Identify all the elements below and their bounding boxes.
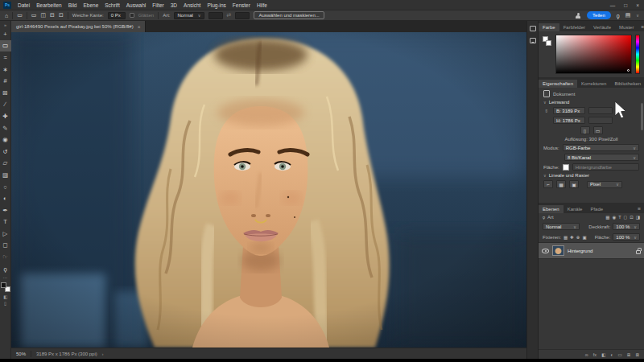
pen-tool[interactable]: ✒ [0, 204, 11, 216]
tab-kanaele[interactable]: Kanäle [564, 205, 587, 214]
toolbar-collapse-icon[interactable]: » [0, 22, 11, 28]
close-button[interactable]: × [636, 2, 639, 8]
selection-mode-subtract-icon[interactable]: ⊟ [50, 12, 55, 19]
lock-all-icon[interactable]: ▣ [582, 235, 586, 240]
account-avatar-icon[interactable] [575, 12, 581, 19]
style-select[interactable]: Normal∨ [174, 12, 204, 19]
scrollbar-thumb[interactable] [641, 103, 643, 130]
tab-ebenen[interactable]: Ebenen [539, 205, 564, 214]
blur-tool[interactable]: ○ [0, 181, 11, 193]
tab-farbe[interactable]: Farbe [539, 23, 559, 32]
link-layers-icon[interactable]: ∞ [585, 352, 588, 357]
chevron-down-icon[interactable]: ∨ [636, 13, 639, 18]
canvas-fill-select[interactable]: Hintergrundfarbe [572, 163, 639, 171]
canvas-height-input[interactable]: H: 1786 Px [553, 117, 585, 124]
document-tab[interactable]: girl-1846490 Pexels auf Pixabay.jpg bei … [11, 21, 146, 32]
marquee-tool[interactable]: ▭ [0, 40, 11, 52]
layer-name[interactable]: Hintergrund [568, 249, 592, 253]
selection-mode-add-icon[interactable]: ◫ [40, 12, 46, 19]
menu-bearbeiten[interactable]: Bearbeiten [36, 2, 61, 8]
share-button[interactable]: Teilen [587, 11, 611, 19]
home-icon[interactable]: ⌂ [5, 13, 8, 19]
units-select[interactable]: Pixel ∨ [587, 181, 622, 188]
color-swatches[interactable] [1, 282, 10, 292]
menu-fenster[interactable]: Fenster [233, 2, 250, 8]
move-tool[interactable]: + [0, 28, 11, 40]
zoom-level[interactable]: 50% [16, 352, 26, 356]
tab-pfade[interactable]: Pfade [586, 205, 607, 214]
layer-visibility-eye-icon[interactable] [542, 249, 549, 253]
chevron-down-icon[interactable]: ∨ [543, 173, 547, 178]
menu-bild[interactable]: Bild [68, 2, 77, 8]
menu-plugins[interactable]: Plug-ins [207, 2, 225, 8]
canvas-x-input[interactable] [588, 107, 613, 114]
menu-ansicht[interactable]: Ansicht [184, 2, 200, 8]
delete-layer-icon[interactable]: ⊠ [635, 352, 639, 357]
lock-position-icon[interactable]: ⊕ [576, 235, 580, 240]
crop-tool[interactable]: # [0, 75, 11, 87]
selection-mode-new-icon[interactable]: ▭ [31, 12, 37, 19]
layer-thumbnail[interactable] [552, 245, 564, 256]
link-dimensions-icon[interactable]: ∞ [544, 108, 549, 114]
panel-menu-icon[interactable]: ≡ [634, 206, 644, 213]
canvas[interactable] [11, 32, 526, 348]
history-panel-icon[interactable] [530, 26, 536, 31]
filter-shape-layers-icon[interactable]: ◻ [624, 215, 628, 220]
gradient-tool[interactable]: ▨ [0, 169, 11, 181]
chevron-right-icon[interactable]: › [102, 352, 104, 356]
layer-lock-icon[interactable] [636, 250, 641, 254]
shape-tool[interactable]: ◻ [0, 240, 11, 252]
menu-3d[interactable]: 3D [171, 2, 177, 8]
brush-tool[interactable]: ✎ [0, 122, 11, 134]
maximize-button[interactable]: □ [624, 2, 627, 8]
tab-eigenschaften[interactable]: Eigenschaften [539, 80, 577, 88]
type-tool[interactable]: T [0, 216, 11, 228]
filter-adjustment-layers-icon[interactable]: ◉ [612, 215, 616, 220]
canvas-width-input[interactable]: B: 3189 Px [553, 107, 585, 114]
chevron-down-icon[interactable]: ∨ [543, 100, 547, 105]
tab-farbfelder[interactable]: Farbfelder [559, 23, 589, 32]
hue-slider[interactable] [635, 35, 640, 74]
canvas-fill-swatch[interactable] [563, 164, 569, 171]
feather-input[interactable]: 0 Px [108, 12, 126, 19]
frame-tool[interactable]: ⊠ [0, 87, 11, 99]
tab-korrekturen[interactable]: Korrekturen [577, 80, 610, 88]
menu-hilfe[interactable]: Hilfe [257, 2, 267, 8]
adjustment-layer-icon[interactable]: ◐ [610, 352, 613, 357]
clone-stamp-tool[interactable]: ◉ [0, 134, 11, 146]
grid-toggle-button[interactable]: ▦ [556, 180, 566, 188]
path-select-tool[interactable]: ▷ [0, 228, 11, 240]
new-layer-icon[interactable]: ⊞ [627, 352, 631, 357]
dodge-tool[interactable]: ◐ [0, 192, 11, 204]
menu-auswahl[interactable]: Auswahl [126, 2, 147, 8]
layer-effects-icon[interactable]: fx [593, 352, 597, 357]
blend-mode-select[interactable]: Normal ∨ [543, 223, 580, 230]
layer-search-icon[interactable]: ϙ [543, 215, 545, 220]
guides-toggle-button[interactable]: ▣ [569, 180, 579, 188]
menu-filter[interactable]: Filter [152, 2, 163, 8]
layer-row-hintergrund[interactable]: Hintergrund [539, 243, 644, 259]
orientation-portrait-button[interactable]: ▯ [580, 126, 590, 134]
more-tools-icon[interactable]: ⋯ [0, 274, 11, 281]
quick-select-tool[interactable]: ∗ [0, 64, 11, 76]
comments-panel-icon[interactable] [530, 38, 536, 43]
search-icon[interactable]: ϙ [617, 13, 620, 19]
tab-bibliotheken[interactable]: Bibliotheken [610, 80, 644, 88]
canvas-y-input[interactable] [588, 117, 613, 124]
fill-input[interactable]: 100 % ∨ [613, 233, 640, 241]
lasso-tool[interactable]: ≈ [0, 51, 11, 64]
bit-depth-select[interactable]: 8 Bit/Kanal ∨ [564, 154, 639, 161]
swap-dimensions-icon[interactable]: ⇄ [227, 12, 232, 19]
antialias-checkbox[interactable] [130, 13, 134, 18]
color-panel-swatches[interactable] [543, 35, 552, 74]
eraser-tool[interactable]: ▱ [0, 158, 11, 170]
menu-ebene[interactable]: Ebene [83, 2, 98, 8]
tab-verlaeufe[interactable]: Verläufe [589, 23, 615, 32]
hand-tool[interactable]: ☞ [0, 251, 11, 263]
selection-mode-intersect-icon[interactable]: ⊡ [59, 12, 64, 19]
tab-close-icon[interactable]: × [138, 24, 141, 30]
height-input[interactable] [235, 12, 250, 19]
lock-transparency-icon[interactable]: ▦ [564, 235, 568, 240]
width-input[interactable] [208, 12, 223, 19]
filter-pixel-layers-icon[interactable]: ▦ [605, 215, 609, 220]
